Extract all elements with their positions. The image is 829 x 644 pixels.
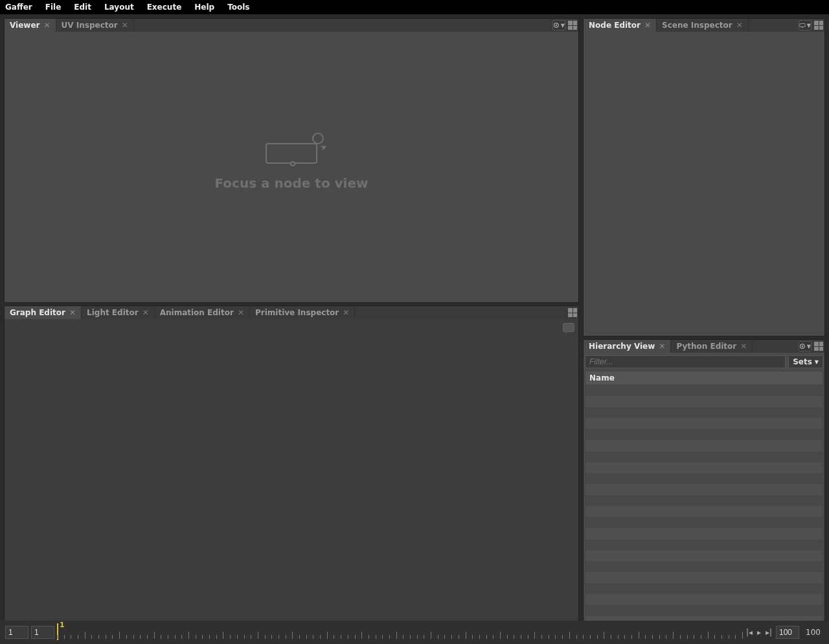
filter-input[interactable] [585,355,786,368]
time-slider[interactable]: 1 [57,623,742,641]
target-icon [799,342,806,350]
list-item[interactable] [585,495,823,506]
list-item[interactable] [585,583,823,594]
skip-start-button[interactable]: |◂ [745,627,754,638]
menu-gaffer[interactable]: Gaffer [5,3,32,12]
menu-edit[interactable]: Edit [74,3,91,12]
list-item[interactable] [585,440,823,451]
svg-rect-2 [800,24,805,27]
layout-button[interactable] [814,21,823,30]
viewer-tabbar: Viewer ✕ UV Inspector ✕ ▼ [5,19,578,32]
tab-label: Graph Editor [10,308,65,317]
hierarchy-tabbar: Hierarchy View ✕ Python Editor ✕ ▼ [584,340,824,353]
tab-graph-editor[interactable]: Graph Editor ✕ [5,306,82,319]
sets-label: Sets [793,357,812,366]
list-item[interactable] [585,572,823,583]
node-editor-tabbar: Node Editor ✕ Scene Inspector ✕ ▼ [584,19,824,32]
chevron-down-icon: ▼ [561,23,565,28]
list-item[interactable] [585,462,823,473]
list-item[interactable] [585,429,823,440]
tab-label: Node Editor [589,21,641,30]
close-icon[interactable]: ✕ [736,21,743,29]
viewer-body[interactable]: ➤ Focus a node to view [5,32,578,302]
tab-label: Primitive Inspector [255,308,339,317]
tab-node-editor[interactable]: Node Editor ✕ [584,19,657,32]
play-button[interactable]: ▸ [755,627,764,638]
close-icon[interactable]: ✕ [43,21,50,29]
chevron-down-icon: ▼ [815,359,819,365]
hierarchy-column-header[interactable]: Name [585,371,823,385]
tab-primitive-inspector[interactable]: Primitive Inspector ✕ [250,306,355,319]
focus-pin-button[interactable]: ▼ [552,20,565,30]
tab-label: Hierarchy View [589,342,655,351]
tab-label: Animation Editor [160,308,234,317]
skip-end-button[interactable]: ▸| [764,627,773,638]
start-range-field[interactable] [5,626,28,639]
menubar: Gaffer File Edit Layout Execute Help Too… [0,0,829,14]
list-item[interactable] [585,506,823,517]
tab-viewer[interactable]: Viewer ✕ [5,19,56,32]
chevron-down-icon: ▼ [807,344,811,350]
graph-editor-body[interactable] [5,319,578,627]
tab-light-editor[interactable]: Light Editor ✕ [82,306,155,319]
list-item[interactable] [585,539,823,550]
tab-label: UV Inspector [62,21,118,30]
main-area: Viewer ✕ UV Inspector ✕ ▼ [0,14,829,621]
list-item[interactable] [585,396,823,407]
list-item[interactable] [585,385,823,396]
list-item[interactable] [585,550,823,561]
node-editor-panel: Node Editor ✕ Scene Inspector ✕ ▼ [583,18,825,337]
close-icon[interactable]: ✕ [69,309,76,316]
list-item[interactable] [585,473,823,484]
list-item[interactable] [585,418,823,429]
tab-scene-inspector[interactable]: Scene Inspector ✕ [657,19,749,32]
list-item[interactable] [585,484,823,495]
close-icon[interactable]: ✕ [343,309,349,316]
menu-help[interactable]: Help [194,3,214,12]
hierarchy-toolbar: Sets ▼ [585,353,823,371]
tab-python-editor[interactable]: Python Editor ✕ [671,340,753,353]
tab-animation-editor[interactable]: Animation Editor ✕ [155,306,250,319]
chevron-down-icon: ▼ [807,23,811,28]
graph-editor-tabbar: Graph Editor ✕ Light Editor ✕ Animation … [5,306,578,319]
node-icon [799,22,806,28]
layout-button[interactable] [568,308,577,317]
target-icon [553,21,560,29]
svg-point-3 [802,27,803,28]
layout-button[interactable] [568,21,577,30]
close-icon[interactable]: ✕ [740,342,747,350]
hierarchy-rows[interactable] [585,385,823,625]
close-icon[interactable]: ✕ [238,309,244,316]
list-item[interactable] [585,605,823,616]
list-item[interactable] [585,561,823,572]
layout-button[interactable] [814,342,823,351]
timeline: 1 |◂ ▸ ▸| 100 [0,621,829,644]
selection-pin-button[interactable]: ▼ [799,20,812,30]
sets-button[interactable]: Sets ▼ [788,355,823,368]
hierarchy-panel: Hierarchy View ✕ Python Editor ✕ ▼ [583,339,825,627]
close-icon[interactable]: ✕ [122,21,128,29]
menu-layout[interactable]: Layout [104,3,134,12]
focus-pin-button[interactable]: ▼ [799,341,812,351]
close-icon[interactable]: ✕ [644,21,651,29]
list-item[interactable] [585,451,823,462]
start-frame-field[interactable] [31,626,54,639]
annotation-icon[interactable] [563,323,574,332]
list-item[interactable] [585,528,823,539]
menu-file[interactable]: File [45,3,62,12]
tab-hierarchy-view[interactable]: Hierarchy View ✕ [584,340,671,353]
close-icon[interactable]: ✕ [659,342,665,350]
tab-label: Scene Inspector [662,21,732,30]
menu-tools[interactable]: Tools [227,3,249,12]
tab-label: Viewer [10,21,40,30]
tab-uv-inspector[interactable]: UV Inspector ✕ [56,19,134,32]
focus-node-icon: ➤ [266,143,317,164]
list-item[interactable] [585,407,823,418]
tick-marks [57,628,742,641]
viewer-panel: Viewer ✕ UV Inspector ✕ ▼ [4,18,579,303]
list-item[interactable] [585,594,823,605]
menu-execute[interactable]: Execute [147,3,182,12]
list-item[interactable] [585,517,823,528]
close-icon[interactable]: ✕ [142,309,149,316]
end-frame-field[interactable] [776,626,799,639]
